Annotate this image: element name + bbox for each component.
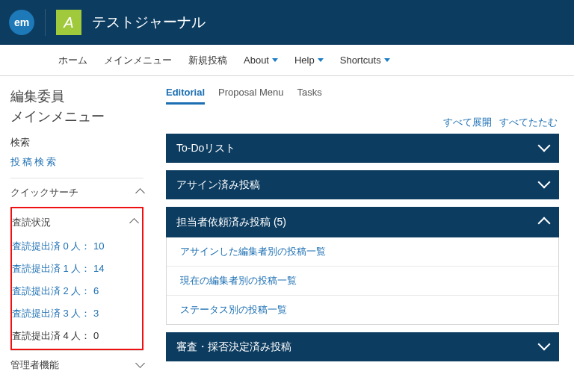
sidebar-quick-search-label: クイックサーチ <box>10 186 78 199</box>
nav-about[interactable]: About <box>244 55 278 66</box>
expand-all-link[interactable]: すべて展開 <box>443 116 492 128</box>
sidebar-review-status[interactable]: 査読状況 <box>12 210 138 235</box>
nav-help[interactable]: Help <box>294 55 324 66</box>
nav-main-menu[interactable]: メインメニュー <box>104 54 172 67</box>
chevron-down-icon <box>318 58 324 62</box>
panel-assigned[interactable]: アサイン済み投稿 <box>166 170 559 199</box>
panel-assigned-title: アサイン済み投稿 <box>176 178 260 192</box>
tab-proposal[interactable]: Proposal Menu <box>218 87 283 105</box>
panel-todo[interactable]: To-Doリスト <box>166 134 559 163</box>
requestor-link-2[interactable]: ステータス別の投稿一覧 <box>167 295 558 324</box>
chevron-down-icon <box>272 58 278 62</box>
status-item-1[interactable]: 査読提出済 1 人： 14 <box>12 258 138 280</box>
sidebar-title-2: メインメニュー <box>10 107 144 127</box>
sidebar-admin-functions[interactable]: 管理者機能 <box>10 350 144 379</box>
top-nav: ホーム メインメニュー 新規投稿 About Help Shortcuts <box>0 45 574 76</box>
journal-logo-icon: A <box>56 10 81 35</box>
sidebar-review-status-label: 査読状況 <box>12 216 51 229</box>
chevron-down-icon <box>540 340 549 354</box>
sidebar-quick-search[interactable]: クイックサーチ <box>10 178 144 207</box>
panel-review-decision-title: 審査・採否決定済み投稿 <box>176 340 291 354</box>
collapse-all-link[interactable]: すべてたたむ <box>499 116 558 128</box>
requestor-link-0[interactable]: アサインした編集者別の投稿一覧 <box>167 237 558 266</box>
expand-collapse-links: すべて展開 すべてたたむ <box>166 116 558 129</box>
chevron-down-icon <box>137 360 144 371</box>
divider <box>45 9 46 36</box>
nav-shortcuts[interactable]: Shortcuts <box>340 55 390 66</box>
panel-review-decision[interactable]: 審査・採否決定済み投稿 <box>166 332 559 361</box>
tab-editorial[interactable]: Editorial <box>166 87 205 105</box>
chevron-down-icon <box>540 178 549 192</box>
panel-requestor[interactable]: 担当者依頼済み投稿 (5) <box>166 207 559 237</box>
main-tabs: Editorial Proposal Menu Tasks <box>166 87 559 105</box>
status-item-2[interactable]: 査読提出済 2 人： 6 <box>12 280 138 302</box>
sidebar-title-1: 編集委員 <box>10 87 144 107</box>
review-status-list: 査読提出済 0 人： 10 査読提出済 1 人： 14 査読提出済 2 人： 6… <box>12 235 138 347</box>
main-area: Editorial Proposal Menu Tasks すべて展開 すべてた… <box>155 76 574 387</box>
requestor-link-1[interactable]: 現在の編集者別の投稿一覧 <box>167 266 558 295</box>
panel-requestor-body: アサインした編集者別の投稿一覧 現在の編集者別の投稿一覧 ステータス別の投稿一覧 <box>166 237 559 325</box>
sidebar: 編集委員 メインメニュー 検索 投稿検索 クイックサーチ 査読状況 査読提出済 … <box>0 76 155 387</box>
tab-tasks[interactable]: Tasks <box>297 87 321 105</box>
status-item-0[interactable]: 査読提出済 0 人： 10 <box>12 235 138 258</box>
chevron-down-icon <box>540 141 549 155</box>
sidebar-submission-search[interactable]: 投稿検索 <box>10 155 144 169</box>
status-item-3[interactable]: 査読提出済 3 人： 3 <box>12 302 138 325</box>
chevron-up-icon <box>131 217 138 228</box>
chevron-up-icon <box>137 187 144 199</box>
em-badge-icon: em <box>9 10 34 35</box>
panel-todo-title: To-Doリスト <box>176 142 235 155</box>
sidebar-search-label: 検索 <box>10 136 144 149</box>
nav-new-submission[interactable]: 新規投稿 <box>188 54 227 67</box>
nav-home[interactable]: ホーム <box>58 54 87 67</box>
journal-title: テストジャーナル <box>92 13 206 32</box>
status-item-4: 査読提出済 4 人： 0 <box>12 325 138 347</box>
panel-requestor-title: 担当者依頼済み投稿 (5) <box>176 216 286 229</box>
chevron-down-icon <box>384 58 390 62</box>
app-header: em A テストジャーナル <box>0 0 574 45</box>
chevron-up-icon <box>540 214 549 230</box>
sidebar-admin-label: 管理者機能 <box>10 358 59 372</box>
highlight-box: 査読状況 査読提出済 0 人： 10 査読提出済 1 人： 14 査読提出済 2… <box>10 207 144 350</box>
